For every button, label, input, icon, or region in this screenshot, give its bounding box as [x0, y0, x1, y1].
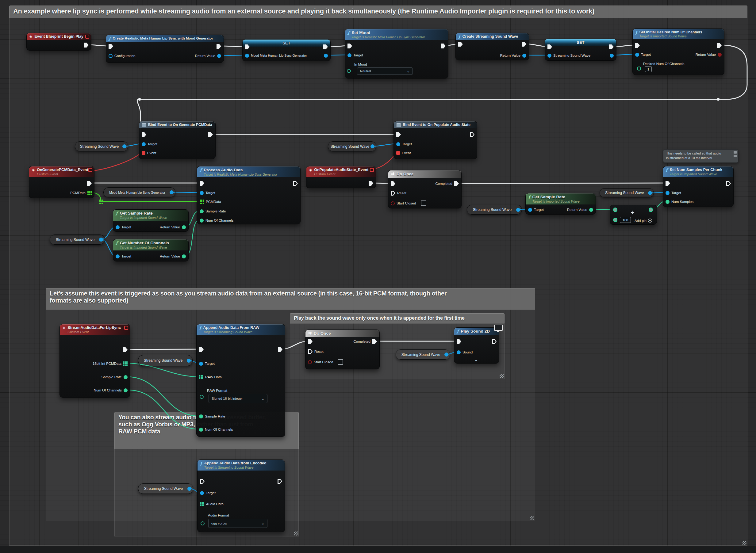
exec-out-pin[interactable] — [87, 181, 92, 186]
value-input[interactable]: 100 — [620, 217, 631, 223]
exec-in-pin[interactable] — [391, 181, 395, 186]
comment-main-titlebar[interactable]: An example where lip sync is performed w… — [9, 5, 747, 18]
obj-pin[interactable] — [610, 54, 614, 58]
object-pin[interactable] — [187, 487, 191, 491]
object-pin[interactable] — [648, 191, 652, 195]
enum-pin[interactable] — [347, 69, 351, 73]
object-pin[interactable] — [99, 238, 103, 242]
value-input[interactable]: 1 — [645, 66, 652, 72]
reroute-array-pin[interactable] — [99, 200, 103, 204]
ring-pin[interactable] — [613, 218, 617, 222]
target-pin[interactable] — [666, 191, 670, 195]
sample-rate-pin[interactable] — [200, 209, 204, 213]
comment-resize-handle[interactable] — [530, 516, 534, 520]
blueprint-graph-canvas[interactable]: An example where lip sync is performed w… — [0, 0, 756, 553]
delegate-output-badge[interactable] — [88, 168, 92, 172]
enum_o-pin[interactable] — [200, 521, 205, 526]
sample-rate-pin[interactable] — [124, 375, 128, 379]
exec-out-pin[interactable] — [123, 347, 128, 352]
add-pin-button[interactable]: Add pin+ — [634, 219, 652, 223]
exec-out-pin[interactable] — [293, 181, 298, 186]
target-pin[interactable] — [142, 142, 146, 146]
append-audio-data-from-raw[interactable]: ƒAppend Audio Data From RAWTarget is Str… — [196, 324, 285, 437]
dropdown[interactable]: Signed 16-bit integer⌄ — [209, 394, 267, 403]
wildcard-pin[interactable] — [613, 208, 617, 212]
return-value-pin[interactable] — [182, 254, 186, 258]
exec-out-pin[interactable] — [441, 44, 445, 49]
target-pin[interactable] — [116, 254, 120, 258]
create-streaming-sound-wave[interactable]: ƒCreate Streaming Sound WaveReturn Value — [456, 33, 529, 60]
on-generate-pcmdata-event[interactable]: ◈OnGeneratePCMData_EventCustom EventPCMD… — [29, 166, 94, 198]
pill-streaming-sound-wave-3[interactable]: Streaming Sound Wave — [50, 235, 105, 245]
target-pin[interactable] — [347, 53, 351, 57]
bind-event-to-on-generate-pcmdata[interactable]: Bind Event to On Generate PCMDataTargetE… — [139, 121, 216, 159]
num-samples-pin[interactable] — [666, 200, 670, 204]
raw-data-pin[interactable] — [199, 375, 203, 379]
pill-mood-meta-human-generator[interactable]: Mood Meta Human Lip Sync Generator — [104, 187, 176, 198]
comment-play-once-titlebar[interactable]: Play back the sound wave only once when … — [290, 313, 504, 323]
exec-in-pin[interactable] — [635, 43, 640, 48]
return-value-pin[interactable] — [589, 208, 593, 212]
target-pin[interactable] — [200, 491, 204, 495]
pin-icon[interactable] — [734, 151, 737, 154]
process-audio-data[interactable]: ƒProcess Audio DataTarget is Realistic M… — [197, 166, 300, 224]
return-value-pin[interactable] — [718, 53, 721, 57]
exec-out-pin[interactable] — [609, 45, 614, 49]
comment-resize-handle[interactable] — [500, 374, 503, 378]
get-sample-rate-left[interactable]: ƒGet Sample RateTarget is Imported Sound… — [113, 209, 189, 232]
enum-pin[interactable] — [200, 395, 204, 399]
return-value-pin[interactable] — [217, 54, 221, 58]
pcmdata-pin[interactable] — [200, 200, 204, 204]
reset-pin[interactable] — [308, 349, 313, 354]
exec-in-pin[interactable] — [347, 44, 352, 49]
checkbox[interactable] — [338, 359, 343, 365]
mood-meta-human-lip-sync-generator-pin[interactable] — [245, 54, 249, 58]
exec-in-pin[interactable] — [457, 339, 461, 344]
set-mood[interactable]: ƒSet MoodTarget is Realistic Meta Human … — [345, 29, 449, 78]
pill-streaming-sound-wave-2[interactable]: Streaming Sound Wave — [328, 141, 376, 151]
comment-bubble-icon[interactable] — [734, 155, 737, 157]
obj-pin[interactable] — [324, 54, 328, 58]
sample-rate-pin[interactable] — [199, 414, 203, 418]
expand-advanced-chevron[interactable]: ⌄ — [474, 358, 478, 362]
pill-streaming-sound-wave-6[interactable]: Streaming Sound Wave — [138, 355, 193, 366]
target-pin[interactable] — [116, 225, 120, 229]
target-pin[interactable] — [396, 142, 400, 146]
int-pin[interactable] — [637, 67, 641, 71]
play-sound-2d[interactable]: ƒPlay Sound 2DSound⌄ — [454, 327, 499, 364]
object-pin[interactable] — [516, 208, 520, 212]
exec-in-pin[interactable] — [199, 347, 204, 352]
ring-pin[interactable] — [649, 208, 653, 212]
return-value-pin[interactable] — [522, 54, 526, 58]
do-once-2[interactable]: ⇉Do OnceCompletedResetStart Closed — [305, 329, 380, 369]
exec-in-pin[interactable] — [458, 42, 463, 47]
stream-audio-data-for-lipsync[interactable]: ◈StreamAudioDataForLipSyncCustom Event16… — [60, 324, 130, 398]
wildcard-pin[interactable] — [649, 208, 653, 212]
checkbox[interactable] — [421, 201, 426, 206]
event-pin[interactable] — [142, 151, 145, 155]
exec-out-pin[interactable] — [278, 479, 282, 484]
dropdown[interactable]: ogg vorbis⌄ — [208, 519, 267, 528]
exec-out-pin[interactable] — [84, 43, 89, 48]
16bit-int-pcmdata-pin[interactable] — [123, 362, 128, 366]
get-number-of-channels[interactable]: ƒGet Number Of ChannelsTarget is Importe… — [113, 239, 189, 261]
target-pin[interactable] — [199, 362, 203, 366]
target-pin[interactable] — [200, 191, 204, 195]
event-blueprint-begin-play[interactable]: ◈Event Blueprint Begin Play — [26, 33, 91, 51]
object-pin[interactable] — [187, 359, 191, 363]
exec-out-pin[interactable] — [522, 42, 526, 47]
int_o-pin[interactable] — [637, 66, 641, 71]
note-bubble[interactable]: This needs to be called so that audiois … — [663, 149, 739, 163]
pcmdata-pin[interactable] — [87, 191, 92, 195]
completed-pin[interactable] — [454, 181, 459, 186]
exec-out-pin[interactable] — [278, 347, 282, 352]
target-pin[interactable] — [528, 208, 532, 212]
object-pin[interactable] — [444, 352, 449, 357]
exec-in-pin[interactable] — [200, 479, 205, 484]
event-pin[interactable] — [396, 151, 400, 155]
pill-streaming-sound-wave-4[interactable]: Streaming Sound Wave — [467, 205, 522, 215]
exec-out-pin[interactable] — [470, 132, 474, 137]
append-audio-data-from-encoded[interactable]: ƒAppend Audio Data from EncodedTarget is… — [197, 460, 285, 532]
dropdown[interactable]: Neutral⌄ — [357, 67, 413, 75]
exec-out-pin[interactable] — [726, 181, 731, 186]
